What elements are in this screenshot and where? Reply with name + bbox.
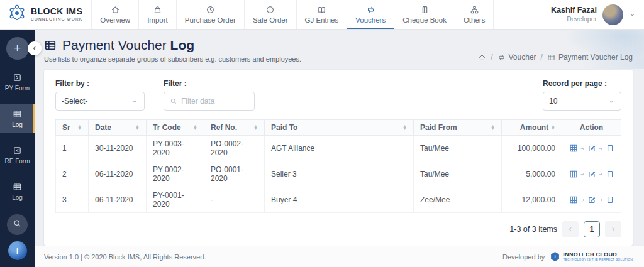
cell-tr-code: PY-0002-2020 [147, 161, 204, 187]
edit-icon[interactable] [587, 195, 596, 204]
edit-icon[interactable] [587, 144, 596, 153]
cell-sr: 3 [56, 187, 89, 213]
column-header-tr-code[interactable]: Tr Code▲▼ [147, 120, 204, 136]
retweet-icon [497, 53, 506, 62]
cluster-icon [470, 5, 479, 14]
record-per-page-label: Record per page : [543, 79, 621, 88]
sidebar-search-button[interactable] [7, 214, 28, 235]
cell-action [562, 136, 621, 161]
clock-circle-icon [206, 5, 215, 14]
column-header-amount[interactable]: Amount▲▼ [502, 120, 562, 136]
filter-by-select[interactable]: -Select- [55, 92, 145, 111]
developed-by-label: Developed by [502, 253, 545, 261]
mini-arrow-icon [580, 197, 586, 203]
table-view-icon[interactable] [569, 144, 578, 153]
column-header-sr[interactable]: Sr▲▼ [56, 120, 89, 136]
breadcrumb-item-voucher[interactable]: Voucher [497, 53, 536, 62]
nav-item-vouchers[interactable]: Vouchers [347, 0, 394, 29]
sort-carets-icon[interactable]: ▲▼ [551, 125, 555, 130]
app-window: BLOCK IMS CONNECTING WORK OverviewImport… [0, 0, 644, 267]
cell-ref-no: PO-0002-2020 [204, 136, 265, 161]
chevron-down-icon [131, 98, 138, 105]
retweet-icon [366, 5, 375, 14]
pagination-page-1-button[interactable]: 1 [584, 221, 600, 237]
nav-item-cheque-book[interactable]: Cheque Book [394, 0, 455, 29]
nav-item-gj-entries[interactable]: GJ Entries [296, 0, 347, 29]
ledger-icon[interactable] [606, 195, 614, 204]
user-role: Developer [551, 15, 597, 23]
column-header-paid-to[interactable]: Paid To▲▼ [265, 120, 414, 136]
voucher-log-card: Filter by : -Select- Filter : [44, 70, 633, 246]
table-header: Sr▲▼Date▲▼Tr Code▲▼Ref No.▲▼Paid To▲▼Pai… [56, 120, 621, 136]
cell-tr-code: PY-0001-2020 [147, 187, 204, 213]
voucher-table: Sr▲▼Date▲▼Tr Code▲▼Ref No.▲▼Paid To▲▼Pai… [55, 119, 621, 213]
table-icon [44, 39, 57, 52]
sort-carets-icon[interactable]: ▲▼ [135, 125, 140, 130]
column-header-ref-no[interactable]: Ref No.▲▼ [204, 120, 265, 136]
sort-carets-icon[interactable]: ▲▼ [491, 125, 495, 130]
add-button[interactable]: + [6, 37, 29, 60]
sidebar-item-re-form[interactable]: RE Form [0, 141, 35, 169]
box-arrow-left-icon [13, 146, 22, 155]
sort-carets-icon[interactable]: ▲▼ [253, 125, 258, 130]
brand-logo[interactable]: BLOCK IMS CONNECTING WORK [0, 0, 91, 29]
mini-arrow-icon [580, 172, 586, 177]
table-view-icon[interactable] [569, 195, 578, 204]
filter-label: Filter : [164, 79, 255, 88]
cell-sr: 2 [56, 161, 89, 187]
column-header-action: Action [562, 120, 621, 136]
table-icon [13, 182, 22, 192]
cell-amount: 12,000.00 [502, 187, 562, 213]
sort-carets-icon[interactable]: ▲▼ [193, 125, 197, 130]
main-nav: OverviewImportPurchase OrderSale OrderGJ… [91, 0, 494, 29]
breadcrumb: /Voucher/Payment Voucher Log [478, 53, 633, 63]
column-header-paid-from[interactable]: Paid From▲▼ [414, 120, 502, 136]
pagination-next-button[interactable] [605, 221, 621, 237]
sidebar-items: PY FormLogRE FormLog [0, 60, 35, 205]
table-view-icon[interactable] [569, 170, 578, 178]
bag-icon [153, 5, 162, 14]
filter-input[interactable] [181, 97, 248, 106]
ledger-icon[interactable] [606, 170, 614, 178]
nav-item-sale-order[interactable]: Sale Order [244, 0, 296, 29]
sort-carets-icon[interactable]: ▲▼ [77, 125, 82, 130]
innotech-cloud-logo[interactable]: i INNOTECH CLOUD TECHNOLOGY IS THE PERFE… [550, 251, 633, 262]
chevron-left-icon [31, 43, 38, 54]
sidebar-item-log[interactable]: Log [0, 104, 35, 133]
search-icon [170, 97, 177, 105]
sidebar-item-log[interactable]: Log [0, 177, 35, 205]
nav-item-import[interactable]: Import [138, 0, 176, 29]
main-content: Payment Voucher Log Use lists to organiz… [35, 30, 644, 267]
filter-by-value: -Select- [62, 97, 87, 106]
plus-icon: + [14, 41, 21, 55]
sidebar-item-py-form[interactable]: PY Form [0, 68, 35, 96]
ledger-icon[interactable] [606, 144, 614, 153]
edit-icon[interactable] [587, 170, 596, 178]
page-footer: Version 1.0 | © 2020 Block IMS, All Righ… [35, 246, 644, 267]
user-menu[interactable]: Kashif Fazal Developer [551, 0, 644, 29]
sidebar-app-logo[interactable]: i [8, 241, 27, 260]
cell-paid-to: Seller 3 [265, 161, 414, 187]
nav-item-purchase-order[interactable]: Purchase Order [176, 0, 244, 29]
notebook-icon [420, 5, 430, 14]
page-header: Payment Voucher Log Use lists to organiz… [35, 30, 644, 69]
nav-item-overview[interactable]: Overview [91, 0, 138, 29]
breadcrumb-item-payment-voucher-log[interactable]: Payment Voucher Log [547, 53, 633, 62]
breadcrumb-item-home[interactable] [478, 53, 486, 62]
developer-tagline: TECHNOLOGY IS THE PERFECT SOLUTION [563, 258, 633, 262]
avatar[interactable] [602, 4, 623, 25]
box-arrow-right-icon [13, 73, 22, 82]
sidebar-collapse-button[interactable] [28, 41, 42, 55]
record-per-page-select[interactable]: 10 [543, 92, 621, 111]
sort-carets-icon[interactable]: ▲▼ [402, 125, 407, 130]
cell-ref-no: PO-0001-2020 [204, 161, 265, 187]
cell-amount: 100,000.00 [502, 136, 562, 161]
svg-text:i: i [555, 254, 556, 259]
pagination-prev-button[interactable] [562, 221, 579, 237]
column-header-date[interactable]: Date▲▼ [89, 120, 147, 136]
nav-item-others[interactable]: Others [455, 0, 494, 29]
mini-arrow-icon [598, 172, 604, 177]
breadcrumb-separator: / [491, 53, 492, 62]
filter-field: Filter : [164, 79, 255, 111]
cell-paid-from: Tau/Mee [414, 161, 502, 187]
